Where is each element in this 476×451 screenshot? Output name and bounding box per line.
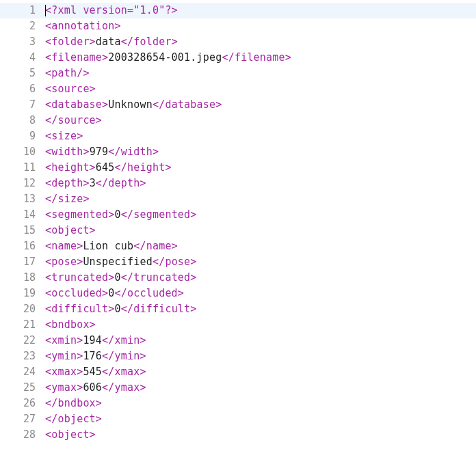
xml-tag: </ymin> [102, 350, 146, 362]
code-line[interactable]: 7<database>Unknown</database> [0, 97, 476, 113]
xml-tag: </depth> [96, 177, 146, 189]
code-line[interactable]: 20<difficult>0</difficult> [0, 301, 476, 317]
code-line[interactable]: 2<annotation> [0, 18, 476, 34]
code-line[interactable]: 1<?xml version="1.0"?> [0, 3, 476, 18]
code-line[interactable]: 27</object> [0, 411, 476, 427]
xml-tag: </xmin> [102, 334, 146, 346]
code-content[interactable]: </bndbox> [45, 396, 476, 411]
code-line[interactable]: 3<folder>data</folder> [0, 34, 476, 50]
xml-text: 176 [83, 350, 102, 362]
code-content[interactable]: </source> [45, 113, 476, 128]
line-number: 3 [0, 34, 45, 50]
xml-text: Unspecified [83, 256, 153, 268]
code-content[interactable]: <?xml version="1.0"?> [45, 3, 476, 18]
xml-tag: <depth> [45, 177, 90, 189]
code-line[interactable]: 24<xmax>545</xmax> [0, 364, 476, 380]
code-line[interactable]: 4<filename>200328654-001.jpeg</filename> [0, 50, 476, 66]
xml-tag: </database> [153, 98, 222, 111]
xml-tag: </pose> [153, 256, 197, 268]
code-editor[interactable]: 1<?xml version="1.0"?>2<annotation>3<fol… [0, 0, 476, 451]
code-content[interactable]: <path/> [45, 66, 476, 81]
code-line[interactable]: 25<ymax>606</ymax> [0, 380, 476, 396]
xml-tag: </difficult> [121, 303, 197, 315]
xml-text: Unknown [108, 98, 153, 111]
code-content[interactable]: <occluded>0</occluded> [45, 286, 476, 301]
code-content[interactable]: <object> [45, 223, 476, 238]
code-content[interactable]: <ymin>176</ymin> [45, 348, 476, 364]
xml-tag: </width> [108, 146, 159, 158]
xml-tag: <ymin> [45, 350, 83, 362]
xml-text: data [96, 36, 121, 48]
code-line[interactable]: 26</bndbox> [0, 396, 476, 411]
code-content[interactable]: <segmented>0</segmented> [45, 207, 476, 223]
code-content[interactable]: <size> [45, 128, 476, 144]
xml-tag: <database> [45, 98, 108, 111]
line-number: 18 [0, 270, 45, 286]
xml-text: 979 [90, 146, 109, 158]
xml-tag: <height> [45, 161, 96, 174]
code-content[interactable]: <height>645</height> [45, 160, 476, 176]
code-content[interactable]: <xmin>194</xmin> [45, 333, 476, 348]
xml-tag: <name> [45, 240, 83, 252]
code-content[interactable]: <xmax>545</xmax> [45, 364, 476, 380]
xml-tag: <truncated> [45, 271, 115, 284]
code-content[interactable]: <source> [45, 81, 476, 97]
xml-tag: <occluded> [45, 287, 108, 299]
code-line[interactable]: 13</size> [0, 191, 476, 207]
code-content[interactable]: <width>979</width> [45, 144, 476, 160]
code-line[interactable]: 10<width>979</width> [0, 144, 476, 160]
xml-text: 3 [90, 177, 96, 189]
code-content[interactable]: </object> [45, 411, 476, 427]
code-content[interactable]: <object> [45, 427, 476, 443]
line-number: 19 [0, 286, 45, 301]
xml-tag: <ymax> [45, 381, 83, 394]
xml-text: 545 [83, 366, 102, 378]
xml-tag: <object> [45, 428, 96, 441]
code-line[interactable]: 6<source> [0, 81, 476, 97]
code-content[interactable]: <filename>200328654-001.jpeg</filename> [45, 50, 476, 66]
code-content[interactable]: <bndbox> [45, 317, 476, 333]
line-number: 25 [0, 380, 45, 396]
code-line[interactable]: 9<size> [0, 128, 476, 144]
xml-tag: <?xml version="1.0"?> [45, 4, 178, 16]
code-line[interactable]: 17<pose>Unspecified</pose> [0, 254, 476, 270]
code-line[interactable]: 23<ymin>176</ymin> [0, 348, 476, 364]
line-number: 15 [0, 223, 45, 238]
line-number: 20 [0, 301, 45, 317]
code-content[interactable]: </size> [45, 191, 476, 207]
line-number: 27 [0, 411, 45, 427]
line-number: 9 [0, 128, 45, 144]
code-content[interactable]: <pose>Unspecified</pose> [45, 254, 476, 270]
line-number: 22 [0, 333, 45, 348]
xml-tag: <segmented> [45, 208, 115, 221]
code-content[interactable]: <database>Unknown</database> [45, 97, 476, 113]
code-line[interactable]: 18<truncated>0</truncated> [0, 270, 476, 286]
code-line[interactable]: 16<name>Lion cub</name> [0, 238, 476, 254]
xml-tag: <width> [45, 146, 90, 158]
line-number: 17 [0, 254, 45, 270]
code-line[interactable]: 14<segmented>0</segmented> [0, 207, 476, 223]
code-content[interactable]: <truncated>0</truncated> [45, 270, 476, 286]
code-content[interactable]: <ymax>606</ymax> [45, 380, 476, 396]
code-line[interactable]: 8</source> [0, 113, 476, 128]
line-number: 28 [0, 427, 45, 443]
code-line[interactable]: 11<height>645</height> [0, 160, 476, 176]
code-line[interactable]: 5<path/> [0, 66, 476, 81]
code-content[interactable]: <folder>data</folder> [45, 34, 476, 50]
code-content[interactable]: <name>Lion cub</name> [45, 238, 476, 254]
code-line[interactable]: 21<bndbox> [0, 317, 476, 333]
xml-text: 0 [115, 208, 121, 221]
code-line[interactable]: 22<xmin>194</xmin> [0, 333, 476, 348]
code-content[interactable]: <difficult>0</difficult> [45, 301, 476, 317]
xml-tag: <folder> [45, 36, 96, 48]
code-line[interactable]: 28<object> [0, 427, 476, 443]
code-line[interactable]: 12<depth>3</depth> [0, 176, 476, 191]
code-content[interactable]: <annotation> [45, 18, 476, 34]
code-content[interactable]: <depth>3</depth> [45, 176, 476, 191]
line-number: 11 [0, 160, 45, 176]
code-line[interactable]: 15<object> [0, 223, 476, 238]
xml-tag: <path/> [45, 67, 90, 79]
code-line[interactable]: 19<occluded>0</occluded> [0, 286, 476, 301]
xml-tag: </folder> [121, 36, 178, 48]
line-number: 2 [0, 18, 45, 34]
